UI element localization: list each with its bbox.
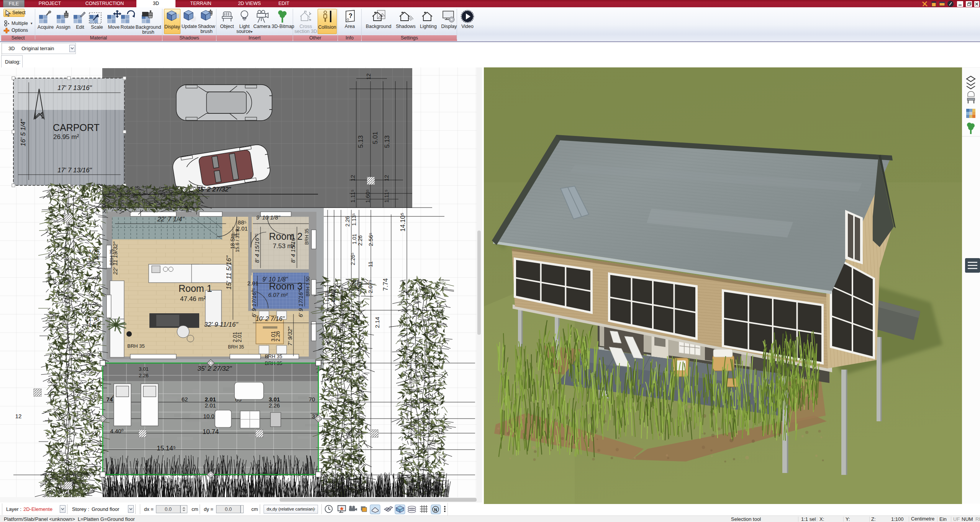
svg-text:35' 2 27/32": 35' 2 27/32" xyxy=(197,186,231,193)
svg-text:2.14: 2.14 xyxy=(374,317,380,328)
svg-text:10' 2 7/16": 10' 2 7/16" xyxy=(256,316,285,322)
svg-text:1.13: 1.13 xyxy=(324,292,330,301)
svg-text:2.01: 2.01 xyxy=(236,332,243,342)
svg-text:2.26: 2.26 xyxy=(139,373,148,378)
svg-text:22' 11 19/32": 22' 11 19/32" xyxy=(112,241,118,275)
svg-text:2.26: 2.26 xyxy=(344,216,351,226)
svg-text:2.56⁵: 2.56⁵ xyxy=(367,232,374,246)
svg-text:4.40⁰: 4.40⁰ xyxy=(110,428,123,434)
svg-text:8' 4 15/16"⁵: 8' 4 15/16"⁵ xyxy=(254,233,260,263)
svg-text:BRH 1.50: BRH 1.50 xyxy=(305,277,311,296)
svg-text:12: 12 xyxy=(383,175,390,182)
svg-text:6' 9 17/16"⁵: 6' 9 17/16"⁵ xyxy=(297,288,304,317)
svg-text:6' 9 17/16"⁵: 6' 9 17/16"⁵ xyxy=(251,288,257,317)
svg-text:7' 9/32": 7' 9/32" xyxy=(287,326,293,346)
svg-text:12: 12 xyxy=(365,74,372,80)
svg-text:26.95 m²: 26.95 m² xyxy=(53,133,79,141)
svg-text:1.50⁵: 1.50⁵ xyxy=(330,291,336,303)
svg-text:5.13: 5.13 xyxy=(357,135,364,148)
svg-text:Room 1: Room 1 xyxy=(179,283,212,294)
svg-text:3.01: 3.01 xyxy=(269,396,280,403)
svg-text:88⁵: 88⁵ xyxy=(238,219,247,226)
svg-text:12: 12 xyxy=(349,175,356,182)
svg-text:2.26: 2.26 xyxy=(269,402,280,409)
svg-text:2.26: 2.26 xyxy=(357,235,363,245)
svg-text:17' 7 13/16": 17' 7 13/16" xyxy=(57,167,92,174)
svg-text:70: 70 xyxy=(309,396,315,403)
svg-text:Room 2: Room 2 xyxy=(269,231,303,242)
svg-text:2.07⁵: 2.07⁵ xyxy=(367,280,374,293)
svg-text:11: 11 xyxy=(367,261,374,267)
svg-text:37: 37 xyxy=(406,362,412,368)
svg-text:17' 7 13/16": 17' 7 13/16" xyxy=(57,84,92,92)
svg-text:7.74: 7.74 xyxy=(382,278,389,291)
svg-text:12: 12 xyxy=(15,413,22,419)
svg-text:?: ? xyxy=(349,13,352,19)
svg-text:1.11⁵: 1.11⁵ xyxy=(383,190,390,203)
svg-text:8' 4 15/16"⁵: 8' 4 15/16"⁵ xyxy=(290,233,296,263)
svg-text:N: N xyxy=(434,507,437,512)
svg-text:BRH 35: BRH 35 xyxy=(127,343,145,349)
svg-text:2.26: 2.26 xyxy=(275,331,281,341)
svg-text:2.26⁵: 2.26⁵ xyxy=(350,252,356,265)
svg-text:6.07 m²: 6.07 m² xyxy=(268,291,288,298)
svg-text:1.01: 1.01 xyxy=(351,234,357,244)
svg-text:9' 10 1/8": 9' 10 1/8" xyxy=(256,214,280,221)
svg-text:15' 11 5/16": 15' 11 5/16" xyxy=(225,255,233,290)
svg-text:2.01: 2.01 xyxy=(205,396,216,403)
svg-text:14.10⁵: 14.10⁵ xyxy=(399,213,406,232)
svg-text:35' 2 27/32": 35' 2 27/32" xyxy=(197,365,232,372)
svg-text:1.60⁵: 1.60⁵ xyxy=(364,189,371,203)
svg-text:BRH 35: BRH 35 xyxy=(228,344,244,350)
svg-text:15.14⁵: 15.14⁵ xyxy=(157,445,176,452)
svg-text:CARPORT: CARPORT xyxy=(53,122,100,133)
svg-text:2.01: 2.01 xyxy=(205,402,216,409)
svg-text:5.13: 5.13 xyxy=(383,135,391,148)
svg-text:3.01: 3.01 xyxy=(139,366,148,372)
svg-text:BRH 35: BRH 35 xyxy=(304,229,310,245)
svg-text:32' 9 11/16": 32' 9 11/16" xyxy=(204,321,238,328)
svg-text:BRH 35: BRH 35 xyxy=(265,353,282,359)
svg-text:47.46 m²: 47.46 m² xyxy=(180,295,206,303)
svg-text:15.6 / 31.8: 15.6 / 31.8 xyxy=(234,229,240,252)
svg-text:62: 62 xyxy=(182,396,188,403)
svg-text:90⁵: 90⁵ xyxy=(351,313,357,321)
svg-text:22' 7 1/4": 22' 7 1/4" xyxy=(157,216,185,223)
svg-text:1.11⁵: 1.11⁵ xyxy=(349,190,356,203)
svg-text:10.74: 10.74 xyxy=(203,428,219,435)
svg-text:1.01: 1.01 xyxy=(356,281,362,291)
svg-text:1.13⁵: 1.13⁵ xyxy=(351,213,357,226)
svg-text:9' 10 1/8": 9' 10 1/8" xyxy=(262,276,288,283)
svg-text:16' 5 1/4": 16' 5 1/4" xyxy=(20,119,27,146)
svg-text:5.01: 5.01 xyxy=(372,131,379,144)
svg-text:10.0: 10.0 xyxy=(203,413,214,419)
